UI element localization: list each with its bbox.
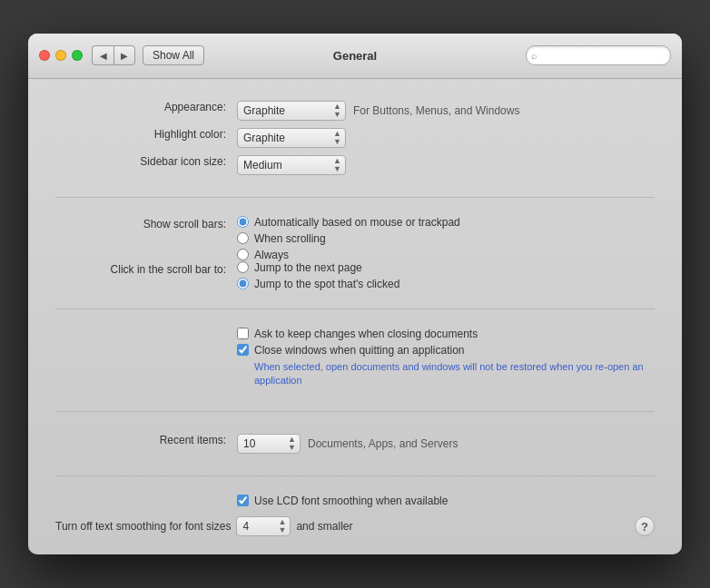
lcd-smoothing-option[interactable]: Use LCD font smoothing when available [237, 495, 655, 507]
ask-keep-changes-checkbox[interactable] [237, 328, 249, 339]
highlight-color-select-wrap: Graphite Blue ▲▼ [237, 128, 346, 148]
text-smoothing-row: Turn off text smoothing for font sizes 4… [55, 511, 655, 536]
spacer-8 [55, 487, 655, 495]
appearance-hint: For Buttons, Menus, and Windows [353, 104, 519, 117]
close-windows-hint: When selected, open documents and window… [254, 360, 655, 388]
nav-buttons: ◀ ▶ [92, 45, 135, 65]
divider-2 [55, 309, 655, 309]
traffic-lights [39, 50, 83, 61]
recent-items-hint: Documents, Apps, and Servers [308, 437, 458, 450]
minimize-button[interactable] [55, 50, 66, 61]
ask-keep-changes-option[interactable]: Ask to keep changes when closing documen… [237, 328, 655, 340]
forward-button[interactable]: ▶ [113, 45, 135, 65]
divider-1 [55, 197, 655, 198]
sidebar-icon-size-label: Sidebar icon size: [55, 152, 237, 172]
click-jump-spot-option[interactable]: Jump to the spot that's clicked [237, 278, 655, 290]
recent-items-select[interactable]: 10 5 15 20 30 50 None [237, 434, 301, 454]
close-windows-label: Close windows when quitting an applicati… [254, 344, 464, 357]
spacer-1 [55, 179, 655, 186]
settings-grid: Appearance: Graphite Blue ▲▼ For Buttons… [55, 97, 655, 537]
click-jump-page-label: Jump to the next page [254, 261, 362, 274]
sidebar-icon-size-select[interactable]: Medium Small Large [237, 155, 346, 175]
recent-items-label: Recent items: [55, 430, 237, 450]
search-input[interactable] [526, 45, 671, 65]
spacer-2 [55, 209, 655, 216]
text-smoothing-select[interactable]: 4 6 8 10 12 [236, 516, 291, 536]
show-all-button[interactable]: Show All [143, 45, 204, 65]
appearance-select[interactable]: Graphite Blue [237, 101, 346, 121]
main-window: ◀ ▶ Show All General ⌕ Appearance: Graph… [28, 34, 682, 555]
spacer-4 [55, 320, 655, 328]
scroll-always-label: Always [254, 249, 289, 261]
text-smoothing-controls: Turn off text smoothing for font sizes 4… [55, 516, 352, 536]
text-smoothing-select-wrap: 4 6 8 10 12 ▲▼ [236, 516, 291, 536]
scroll-scrolling-radio[interactable] [237, 232, 249, 244]
scroll-always-option[interactable]: Always [237, 249, 655, 261]
recent-items-control: 10 5 15 20 30 50 None ▲▼ Documents, Apps… [237, 430, 655, 457]
click-scroll-bar-group: Jump to the next page Jump to the spot t… [237, 261, 655, 290]
click-jump-spot-label: Jump to the spot that's clicked [254, 278, 399, 290]
appearance-control: Graphite Blue ▲▼ For Buttons, Menus, and… [237, 97, 655, 124]
show-scroll-bars-label: Show scroll bars: [55, 216, 237, 234]
search-container: ⌕ [526, 45, 671, 65]
lcd-smoothing-checkbox[interactable] [237, 495, 249, 506]
scroll-auto-label: Automatically based on mouse or trackpad [254, 216, 460, 229]
spacer-3 [55, 290, 655, 298]
highlight-color-select[interactable]: Graphite Blue [237, 128, 346, 148]
maximize-button[interactable] [72, 50, 83, 61]
click-jump-page-option[interactable]: Jump to the next page [237, 261, 655, 274]
text-smoothing-label-after: and smaller [296, 520, 352, 533]
show-scroll-bars-group: Automatically based on mouse or trackpad… [237, 216, 655, 261]
sidebar-icon-size-control: Medium Small Large ▲▼ [237, 152, 655, 179]
divider-4 [55, 475, 655, 476]
click-jump-page-radio[interactable] [237, 261, 249, 273]
appearance-select-wrap: Graphite Blue ▲▼ [237, 101, 346, 121]
highlight-color-control: Graphite Blue ▲▼ [237, 124, 655, 152]
scroll-auto-radio[interactable] [237, 216, 249, 228]
spacer-7 [55, 457, 655, 465]
window-title: General [333, 49, 377, 63]
close-windows-option[interactable]: Close windows when quitting an applicati… [237, 344, 655, 357]
ask-keep-changes-label: Ask to keep changes when closing documen… [254, 328, 478, 340]
highlight-color-label: Highlight color: [55, 124, 237, 144]
lcd-smoothing-label: Use LCD font smoothing when available [254, 495, 448, 507]
back-button[interactable]: ◀ [92, 45, 113, 65]
sidebar-icon-size-select-wrap: Medium Small Large ▲▼ [237, 155, 346, 175]
close-windows-checkbox[interactable] [237, 344, 249, 356]
titlebar: ◀ ▶ Show All General ⌕ [28, 34, 682, 79]
text-smoothing-label-before: Turn off text smoothing for font sizes [55, 520, 231, 533]
close-button[interactable] [39, 50, 50, 61]
scroll-auto-option[interactable]: Automatically based on mouse or trackpad [237, 216, 655, 229]
click-scroll-bar-label: Click in the scroll bar to: [55, 261, 237, 279]
scroll-always-radio[interactable] [237, 249, 249, 260]
checkboxes-section: Ask to keep changes when closing documen… [55, 328, 655, 394]
appearance-label: Appearance: [55, 97, 237, 117]
spacer-5 [55, 393, 655, 400]
scroll-scrolling-label: When scrolling [254, 232, 326, 245]
click-jump-spot-radio[interactable] [237, 278, 249, 289]
divider-3 [55, 411, 655, 412]
content-area: Appearance: Graphite Blue ▲▼ For Buttons… [28, 79, 682, 555]
scroll-scrolling-option[interactable]: When scrolling [237, 232, 655, 245]
recent-items-select-wrap: 10 5 15 20 30 50 None ▲▼ [237, 434, 301, 454]
lcd-section: Use LCD font smoothing when available [55, 495, 655, 511]
help-button[interactable]: ? [635, 516, 655, 536]
spacer-6 [55, 423, 655, 430]
